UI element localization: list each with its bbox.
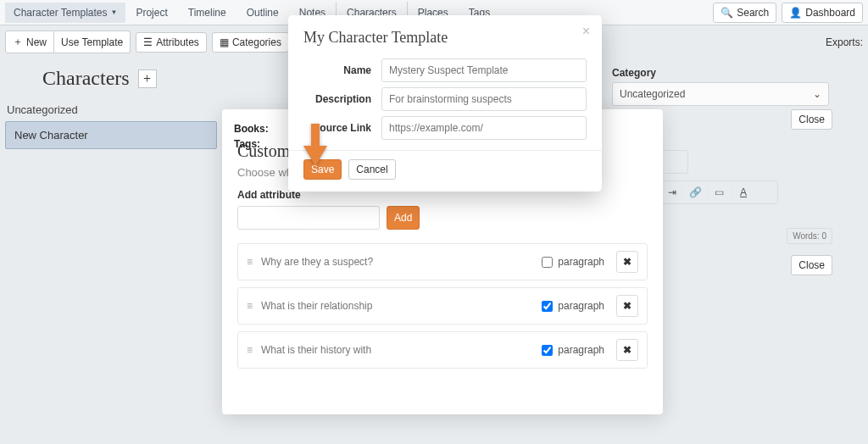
source-link-input[interactable]	[381, 116, 587, 140]
add-attribute-input[interactable]	[237, 206, 380, 230]
new-button[interactable]: ＋ New	[5, 31, 54, 53]
search-icon: 🔍	[721, 7, 733, 19]
page-title: Characters	[42, 67, 130, 90]
attributes-button[interactable]: ☰ Attributes	[136, 32, 207, 53]
font-icon[interactable]: A	[732, 181, 755, 203]
attribute-checkbox[interactable]	[542, 345, 553, 356]
categories-button[interactable]: ▦ Categories	[212, 32, 289, 53]
close-icon[interactable]: ×	[582, 24, 590, 39]
link-icon[interactable]: 🔗	[684, 181, 708, 203]
search-button[interactable]: 🔍 Search	[713, 3, 776, 23]
name-label: Name	[303, 64, 381, 76]
close-button-2[interactable]: Close	[791, 255, 832, 275]
categories-label: Categories	[232, 36, 281, 48]
left-panel: Characters + Uncategorized New Character	[0, 58, 222, 441]
category-select[interactable]: Uncategorized ⌄	[612, 82, 829, 106]
attribute-row: ≡ Why are they a suspect? paragraph ✖	[237, 243, 648, 280]
outdent-icon[interactable]: ⇥	[660, 181, 684, 203]
word-count: Words: 0	[787, 228, 832, 244]
attribute-type: paragraph	[558, 256, 604, 268]
description-label: Description	[303, 93, 381, 105]
attribute-text: Why are they a suspect?	[261, 256, 542, 268]
plus-icon: ＋	[13, 35, 23, 49]
name-input[interactable]	[381, 58, 587, 82]
nav-project[interactable]: Project	[125, 2, 177, 24]
nav-outline[interactable]: Outline	[236, 2, 289, 24]
nav-timeline[interactable]: Timeline	[178, 2, 236, 24]
description-input[interactable]	[381, 87, 587, 111]
source-link-label: Source Link	[303, 122, 381, 134]
attribute-row: ≡ What is their history with paragraph ✖	[237, 331, 648, 369]
page-title-row: Characters +	[5, 67, 217, 90]
attribute-type: paragraph	[558, 344, 604, 356]
attribute-text: What is their relationship	[261, 300, 542, 312]
attribute-text: What is their history with	[261, 344, 542, 356]
drag-handle-icon[interactable]: ≡	[247, 300, 253, 312]
drag-handle-icon[interactable]: ≡	[247, 256, 253, 268]
attribute-type: paragraph	[558, 300, 604, 312]
attribute-row: ≡ What is their relationship paragraph ✖	[237, 287, 648, 325]
category-value: Uncategorized	[620, 88, 685, 100]
remove-attribute-button[interactable]: ✖	[616, 339, 638, 361]
grid-icon: ▦	[220, 36, 229, 48]
list-icon: ☰	[143, 36, 153, 48]
image-icon[interactable]: ▭	[708, 181, 732, 203]
category-heading: Uncategorized	[5, 102, 217, 121]
attribute-checkbox[interactable]	[542, 301, 553, 312]
attributes-label: Attributes	[156, 36, 199, 48]
close-button[interactable]: Close	[791, 109, 832, 130]
character-templates-label: Character Templates	[14, 7, 108, 19]
caret-down-icon: ▼	[111, 8, 118, 16]
remove-attribute-button[interactable]: ✖	[616, 295, 638, 317]
user-icon: 👤	[789, 7, 802, 19]
dashboard-button[interactable]: 👤 Dashboard	[782, 3, 863, 23]
drag-handle-icon[interactable]: ≡	[247, 344, 253, 356]
chevron-down-icon: ⌄	[813, 88, 821, 100]
tags-label: Tags:	[234, 138, 269, 150]
save-button[interactable]: Save	[303, 159, 342, 180]
books-label: Books:	[234, 123, 269, 135]
add-attribute-button[interactable]: Add	[387, 206, 420, 230]
meta-labels: Books: Tags:	[234, 119, 269, 153]
add-character-button[interactable]: +	[138, 69, 157, 88]
character-templates-dropdown[interactable]: Character Templates ▼	[5, 3, 125, 23]
cancel-button[interactable]: Cancel	[348, 159, 395, 180]
remove-attribute-button[interactable]: ✖	[616, 251, 638, 273]
attribute-checkbox[interactable]	[542, 257, 553, 268]
new-group: ＋ New Use Template	[5, 31, 131, 53]
dashboard-label: Dashboard	[805, 7, 855, 19]
template-save-modal: × My Character Template Name Description…	[288, 15, 602, 191]
category-field-label: Category	[612, 67, 829, 79]
new-label: New	[26, 36, 47, 48]
modal-title: My Character Template	[303, 29, 587, 47]
character-item[interactable]: New Character	[5, 121, 217, 149]
use-template-button[interactable]: Use Template	[54, 31, 131, 53]
search-label: Search	[737, 7, 769, 19]
exports-label: Exports:	[826, 36, 863, 48]
